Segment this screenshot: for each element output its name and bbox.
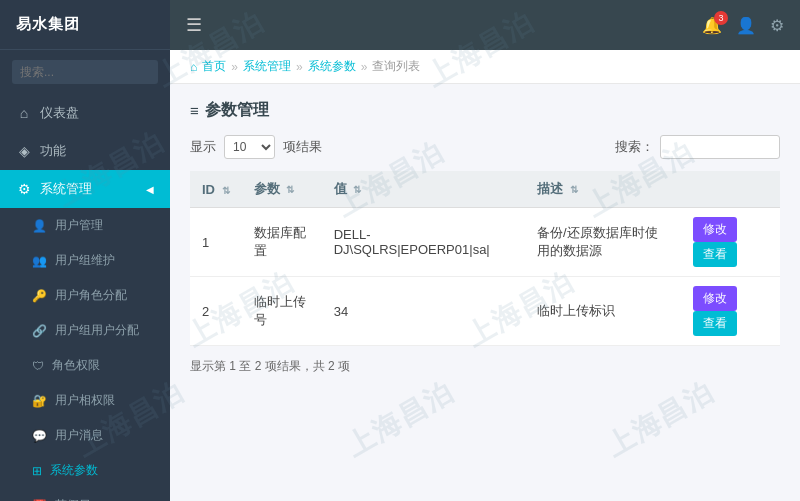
hamburger-icon[interactable]: ☰ [186, 14, 202, 36]
main-area: ☰ 🔔 3 👤 ⚙ ⌂ 首页 » 系统管理 » 系统参数 » 查询列表 ≡ 参数… [170, 0, 800, 501]
sidebar-item-sys-param[interactable]: ⊞ 系统参数 [0, 453, 170, 488]
sidebar-sub-user-msg-label: 用户消息 [55, 427, 103, 444]
breadcrumb-sep-1: » [231, 60, 238, 74]
pagination-info: 显示第 1 至 2 项结果，共 2 项 [190, 358, 780, 375]
topbar: ☰ 🔔 3 👤 ⚙ [170, 0, 800, 50]
breadcrumb-current: 查询列表 [372, 58, 420, 75]
sidebar-item-system-label: 系统管理 [40, 180, 92, 198]
page-title: ≡ 参数管理 [190, 100, 780, 121]
notification-badge: 3 [714, 11, 728, 25]
view-button[interactable]: 查看 [693, 242, 737, 267]
col-id: ID ⇅ [190, 171, 242, 208]
page-title-text: 参数管理 [205, 100, 269, 121]
cell-value: DELL-DJ\SQLRS|EPOERP01|sa| [322, 208, 525, 277]
sidebar-item-user-group-maintain[interactable]: 👥 用户组维护 [0, 243, 170, 278]
sidebar-search-input[interactable] [12, 60, 158, 84]
sidebar-item-function-label: 功能 [40, 142, 66, 160]
cell-id: 1 [190, 208, 242, 277]
sidebar: 易水集团 ⌂ 仪表盘 ◈ 功能 ⚙ 系统管理 ◀ 👤 用户管理 👥 用户组维护 … [0, 0, 170, 501]
sidebar-item-user-mgmt[interactable]: 👤 用户管理 [0, 208, 170, 243]
sidebar-sub-user-perm-label: 用户相权限 [55, 392, 115, 409]
sidebar-item-role-perm[interactable]: 🛡 角色权限 [0, 348, 170, 383]
user-icon[interactable]: 👤 [736, 16, 756, 35]
sidebar-item-user-group-assign[interactable]: 🔗 用户组用户分配 [0, 313, 170, 348]
cell-desc: 备份/还原数据库时使用的数据源 [525, 208, 681, 277]
sidebar-item-dashboard-label: 仪表盘 [40, 104, 79, 122]
sort-param-icon[interactable]: ⇅ [286, 184, 294, 195]
role-perm-icon: 🛡 [32, 359, 44, 373]
cell-id: 2 [190, 277, 242, 346]
cell-param: 数据库配置 [242, 208, 322, 277]
sidebar-search-container [0, 50, 170, 94]
user-perm-icon: 🔐 [32, 394, 47, 408]
col-actions [681, 171, 780, 208]
toolbar-left: 显示 10 25 50 100 项结果 [190, 135, 322, 159]
sidebar-sub-user-role-label: 用户角色分配 [55, 287, 127, 304]
breadcrumb: ⌂ 首页 » 系统管理 » 系统参数 » 查询列表 [170, 50, 800, 84]
system-icon: ⚙ [16, 181, 32, 197]
page-title-icon: ≡ [190, 102, 199, 119]
content-area: ≡ 参数管理 显示 10 25 50 100 项结果 搜索： [170, 84, 800, 501]
app-logo: 易水集团 [0, 0, 170, 50]
edit-button[interactable]: 修改 [693, 286, 737, 311]
topbar-icons: 🔔 3 👤 ⚙ [702, 16, 784, 35]
cell-value: 34 [322, 277, 525, 346]
col-desc: 描述 ⇅ [525, 171, 681, 208]
col-param: 参数 ⇅ [242, 171, 322, 208]
sidebar-item-holiday[interactable]: 📅 节假日 [0, 488, 170, 501]
sidebar-menu: ⌂ 仪表盘 ◈ 功能 ⚙ 系统管理 ◀ 👤 用户管理 👥 用户组维护 🔑 用户角… [0, 94, 170, 501]
table-header-row: ID ⇅ 参数 ⇅ 值 ⇅ 描述 ⇅ [190, 171, 780, 208]
cell-actions: 修改 查看 [681, 277, 780, 346]
search-input[interactable] [660, 135, 780, 159]
edit-button[interactable]: 修改 [693, 217, 737, 242]
cell-actions: 修改 查看 [681, 208, 780, 277]
sidebar-sub-sys-param-label: 系统参数 [50, 462, 98, 479]
sidebar-item-user-role[interactable]: 🔑 用户角色分配 [0, 278, 170, 313]
dashboard-icon: ⌂ [16, 105, 32, 121]
results-label: 项结果 [283, 138, 322, 156]
show-label: 显示 [190, 138, 216, 156]
sort-value-icon[interactable]: ⇅ [353, 184, 361, 195]
sidebar-item-dashboard[interactable]: ⌂ 仪表盘 [0, 94, 170, 132]
show-count-select[interactable]: 10 25 50 100 [224, 135, 275, 159]
sidebar-item-user-msg[interactable]: 💬 用户消息 [0, 418, 170, 453]
sidebar-item-user-perm[interactable]: 🔐 用户相权限 [0, 383, 170, 418]
breadcrumb-sep-3: » [361, 60, 368, 74]
sidebar-item-function[interactable]: ◈ 功能 [0, 132, 170, 170]
sort-id-icon[interactable]: ⇅ [222, 185, 230, 196]
table-row: 1 数据库配置 DELL-DJ\SQLRS|EPOERP01|sa| 备份/还原… [190, 208, 780, 277]
system-arrow-icon: ◀ [146, 184, 154, 195]
sidebar-sub-holiday-label: 节假日 [55, 497, 91, 501]
breadcrumb-sysparam[interactable]: 系统参数 [308, 58, 356, 75]
table-row: 2 临时上传号 34 临时上传标识 修改 查看 [190, 277, 780, 346]
cell-desc: 临时上传标识 [525, 277, 681, 346]
notification-icon[interactable]: 🔔 3 [702, 16, 722, 35]
settings-icon[interactable]: ⚙ [770, 16, 784, 35]
sidebar-sub-role-perm-label: 角色权限 [52, 357, 100, 374]
col-value: 值 ⇅ [322, 171, 525, 208]
sys-param-icon: ⊞ [32, 464, 42, 478]
sidebar-item-system[interactable]: ⚙ 系统管理 ◀ [0, 170, 170, 208]
user-group-maintain-icon: 👥 [32, 254, 47, 268]
breadcrumb-system[interactable]: 系统管理 [243, 58, 291, 75]
user-msg-icon: 💬 [32, 429, 47, 443]
search-box: 搜索： [615, 135, 780, 159]
home-icon: ⌂ [190, 60, 197, 74]
sidebar-sub-user-group-assign-label: 用户组用户分配 [55, 322, 139, 339]
search-label: 搜索： [615, 138, 654, 156]
sidebar-sub-user-mgmt-label: 用户管理 [55, 217, 103, 234]
user-role-icon: 🔑 [32, 289, 47, 303]
function-icon: ◈ [16, 143, 32, 159]
view-button[interactable]: 查看 [693, 311, 737, 336]
breadcrumb-sep-2: » [296, 60, 303, 74]
data-table: ID ⇅ 参数 ⇅ 值 ⇅ 描述 ⇅ [190, 171, 780, 346]
toolbar: 显示 10 25 50 100 项结果 搜索： [190, 135, 780, 159]
sidebar-sub-user-group-maintain-label: 用户组维护 [55, 252, 115, 269]
user-mgmt-icon: 👤 [32, 219, 47, 233]
user-group-assign-icon: 🔗 [32, 324, 47, 338]
breadcrumb-home[interactable]: 首页 [202, 58, 226, 75]
cell-param: 临时上传号 [242, 277, 322, 346]
sort-desc-icon[interactable]: ⇅ [570, 184, 578, 195]
app-title: 易水集团 [16, 15, 80, 34]
